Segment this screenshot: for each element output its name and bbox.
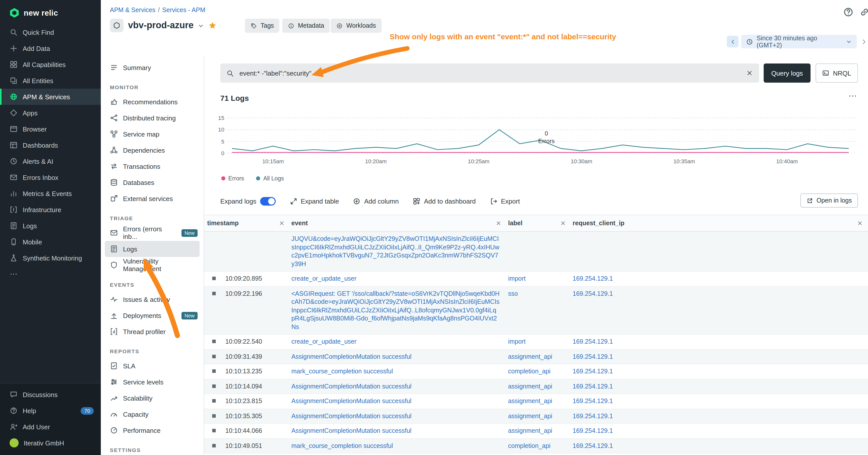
- log-row[interactable]: 10:10:49.051mark_course_completion succe…: [204, 438, 868, 454]
- log-event-link[interactable]: AssignmentCompletionMutation successful: [290, 454, 506, 455]
- log-ip-link[interactable]: 169.254.129.1: [571, 334, 868, 349]
- sidebar-item-dashboards[interactable]: Dashboards: [0, 137, 101, 153]
- logs-time-chart[interactable]: 151050 10:15am10:20am10:25am10:30am10:35…: [220, 109, 858, 170]
- time-picker[interactable]: Since 30 minutes ago (GMT+2): [741, 35, 857, 48]
- log-label-link[interactable]: completion_api: [506, 364, 571, 379]
- help-circle-icon[interactable]: [843, 7, 854, 17]
- sidebar-item-add-user[interactable]: Add User: [0, 419, 101, 435]
- remove-column-icon[interactable]: [857, 220, 863, 226]
- log-row[interactable]: 10:09:31.439AssignmentCompletionMutation…: [204, 350, 868, 364]
- sidebar-item-add-data[interactable]: Add Data: [0, 40, 101, 57]
- time-back-button[interactable]: [727, 36, 739, 47]
- permalink-icon[interactable]: [860, 7, 868, 17]
- subnav-recommendations[interactable]: Recommendations: [101, 94, 204, 110]
- sidebar-item-browser[interactable]: Browser: [0, 121, 101, 137]
- sidebar-item-more[interactable]: [0, 266, 101, 282]
- log-event-link[interactable]: AssignmentCompletionMutation successful: [290, 350, 506, 364]
- subnav-deployments[interactable]: DeploymentsNew: [101, 307, 204, 324]
- sidebar-item-account[interactable]: Iterativ GmbH: [0, 435, 101, 451]
- sidebar-item-synthetic-monitoring[interactable]: Synthetic Monitoring: [0, 250, 101, 266]
- sidebar-item-infrastructure[interactable]: Infrastructure: [0, 201, 101, 218]
- log-row[interactable]: 10:09:22.196<ASGIRequest: GET '/sso/call…: [204, 287, 868, 334]
- breadcrumb-link-apm[interactable]: APM & Services: [110, 6, 155, 13]
- log-event-link[interactable]: AssignmentCompletionMutation successful: [290, 409, 506, 423]
- log-label-link[interactable]: assignment_api: [506, 350, 571, 364]
- log-row[interactable]: 10:11:00.311AssignmentCompletionMutation…: [204, 454, 868, 455]
- log-ip-link[interactable]: 169.254.129.1: [571, 394, 868, 409]
- sidebar-item-apps[interactable]: Apps: [0, 105, 101, 121]
- add-to-dashboard-button[interactable]: Add to dashboard: [413, 197, 475, 205]
- sidebar-item-alerts-ai[interactable]: Alerts & AI: [0, 153, 101, 169]
- log-row[interactable]: 10:10:13.235mark_course_completion succe…: [204, 364, 868, 379]
- log-row[interactable]: 10:10:23.815AssignmentCompletionMutation…: [204, 394, 868, 409]
- entity-chevron-down-icon[interactable]: [197, 23, 204, 29]
- subnav-service-map[interactable]: Service map: [101, 126, 204, 142]
- log-event-link[interactable]: <ASGIRequest: GET '/sso/callback/?state=…: [290, 287, 506, 334]
- sidebar-item-quick-find[interactable]: Quick Find: [0, 24, 101, 40]
- log-label-link[interactable]: [506, 232, 571, 238]
- sidebar-item-all-entities[interactable]: All Entities: [0, 72, 101, 89]
- expand-logs-toggle[interactable]: [260, 197, 276, 205]
- log-label-link[interactable]: assignment_api: [506, 424, 571, 438]
- export-button[interactable]: Export: [490, 197, 520, 205]
- expand-table-button[interactable]: Expand table: [289, 197, 339, 205]
- log-query-input[interactable]: [239, 69, 742, 77]
- log-label-link[interactable]: import: [506, 334, 571, 349]
- add-column-button[interactable]: Add column: [353, 197, 399, 205]
- sidebar-item-apm-services[interactable]: APM & Services: [0, 89, 101, 105]
- legend-errors[interactable]: Errors: [221, 175, 244, 182]
- log-ip-link[interactable]: 169.254.129.1: [571, 271, 868, 286]
- subnav-transactions[interactable]: Transactions: [101, 158, 204, 174]
- log-ip-link[interactable]: 169.254.129.1: [571, 364, 868, 379]
- log-ip-link[interactable]: 169.254.129.1: [571, 424, 868, 438]
- log-event-link[interactable]: mark_course_completion successful: [290, 364, 506, 379]
- subnav-scalability[interactable]: Scalability: [101, 390, 204, 406]
- remove-column-icon[interactable]: [560, 220, 566, 226]
- metadata-button[interactable]: Metadata: [282, 19, 330, 33]
- clear-query-icon[interactable]: [746, 69, 753, 76]
- expand-logs-control[interactable]: Expand logs: [220, 197, 276, 205]
- log-label-link[interactable]: assignment_api: [506, 409, 571, 423]
- log-event-link[interactable]: AssignmentCompletionMutation successful: [290, 379, 506, 393]
- log-label-link[interactable]: assignment_api: [506, 454, 571, 455]
- log-row[interactable]: 10:09:22.540create_or_update_userimport1…: [204, 334, 868, 350]
- query-logs-button[interactable]: Query logs: [764, 64, 810, 83]
- log-ip-link[interactable]: 169.254.129.1: [571, 409, 868, 423]
- subnav-performance[interactable]: Performance: [101, 422, 204, 438]
- open-in-logs-button[interactable]: Open in logs: [801, 194, 858, 207]
- log-ip-link[interactable]: 169.254.129.1: [571, 438, 868, 453]
- log-label-link[interactable]: assignment_api: [506, 394, 571, 409]
- log-event-link[interactable]: JUQVU&code=eyJraWQiOiJjcGltY29yZV8wOTI1M…: [290, 232, 506, 271]
- log-row[interactable]: 10:10:35.305AssignmentCompletionMutation…: [204, 409, 868, 424]
- subnav-service-levels[interactable]: Service levels: [101, 374, 204, 390]
- log-event-link[interactable]: mark_course_completion successful: [290, 438, 506, 453]
- log-row[interactable]: JUQVU&code=eyJraWQiOiJjcGltY29yZV8wOTI1M…: [204, 232, 868, 271]
- sidebar-item-help[interactable]: Help70: [0, 402, 101, 419]
- tags-button[interactable]: Tags: [245, 19, 279, 33]
- log-label-link[interactable]: import: [506, 271, 571, 286]
- log-event-link[interactable]: AssignmentCompletionMutation successful: [290, 424, 506, 438]
- breadcrumb-link-services[interactable]: Services - APM: [162, 6, 206, 13]
- subnav-errors-inbox[interactable]: Errors (errors inb...New: [101, 225, 204, 241]
- subnav-logs[interactable]: Logs: [105, 241, 199, 257]
- sidebar-item-discussions[interactable]: Discussions: [0, 387, 101, 402]
- log-ip-link[interactable]: 169.254.129.1: [571, 454, 868, 455]
- workloads-button[interactable]: Workloads: [331, 19, 381, 33]
- sidebar-item-logs[interactable]: Logs: [0, 218, 101, 234]
- log-ip-link[interactable]: 169.254.129.1: [571, 379, 868, 393]
- log-event-link[interactable]: create_or_update_user: [290, 334, 506, 349]
- log-row[interactable]: 10:09:20.895create_or_update_userimport1…: [204, 271, 868, 287]
- subnav-capacity[interactable]: Capacity: [101, 406, 204, 422]
- legend-all-logs[interactable]: All Logs: [256, 175, 284, 182]
- new-relic-logo[interactable]: new relic: [0, 0, 101, 24]
- log-row[interactable]: 10:10:44.066AssignmentCompletionMutation…: [204, 424, 868, 438]
- log-event-link[interactable]: create_or_update_user: [290, 271, 506, 286]
- subnav-sla[interactable]: SLA: [101, 358, 204, 374]
- remove-column-icon[interactable]: [279, 220, 285, 226]
- sidebar-item-errors-inbox[interactable]: Errors Inbox: [0, 169, 101, 186]
- subnav-dependencies[interactable]: Dependencies: [101, 142, 204, 158]
- log-event-link[interactable]: AssignmentCompletionMutation successful: [290, 394, 506, 409]
- favorite-star-icon[interactable]: [208, 21, 217, 30]
- log-row[interactable]: 10:10:14.094AssignmentCompletionMutation…: [204, 379, 868, 394]
- log-label-link[interactable]: sso: [506, 287, 571, 301]
